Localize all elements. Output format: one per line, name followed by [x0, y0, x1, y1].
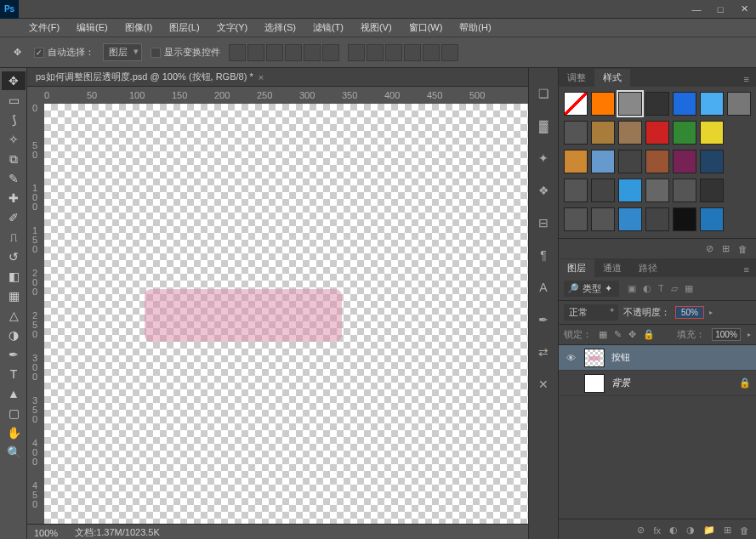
new-style-icon[interactable]: ⊞: [722, 243, 730, 254]
style-swatch[interactable]: [673, 121, 696, 145]
distribute-btn[interactable]: [367, 44, 384, 61]
move-tool[interactable]: ✥: [2, 71, 26, 90]
menu-view[interactable]: 视图(V): [355, 20, 397, 36]
new-layer-icon[interactable]: ⊞: [724, 525, 731, 536]
tab-paths[interactable]: 路径: [630, 259, 666, 277]
style-swatch[interactable]: [591, 150, 615, 173]
style-swatch[interactable]: [700, 121, 724, 145]
document-tab[interactable]: ps如何调整图层透明度.psd @ 100% (按钮, RGB/8) * ×: [27, 68, 528, 87]
delete-layer-icon[interactable]: 🗑: [740, 525, 749, 536]
filter-type-icon[interactable]: T: [658, 283, 664, 294]
panel-icon[interactable]: ✦: [535, 150, 552, 167]
layer-name[interactable]: 按钮: [611, 351, 630, 364]
style-swatch[interactable]: [618, 150, 642, 173]
style-swatch[interactable]: [645, 207, 669, 231]
layer-kind-select[interactable]: 🔎 类型 ✦: [564, 281, 619, 297]
history-brush-tool[interactable]: ↺: [2, 247, 26, 266]
style-swatch[interactable]: [700, 207, 724, 231]
filter-adjust-icon[interactable]: ◐: [643, 283, 651, 294]
tab-layers[interactable]: 图层: [559, 259, 594, 277]
blend-mode-select[interactable]: 正常: [564, 304, 618, 321]
panel-icon[interactable]: ¶: [535, 247, 552, 264]
layer-item[interactable]: 背景 🔒: [559, 371, 756, 396]
link-icon[interactable]: ⊘: [637, 525, 645, 536]
style-swatch[interactable]: [591, 121, 615, 145]
distribute-btn[interactable]: [348, 44, 365, 61]
panel-icon[interactable]: ▓: [535, 117, 552, 134]
distribute-btn[interactable]: [423, 44, 440, 61]
zoom-level[interactable]: 100%: [34, 528, 58, 538]
close-button[interactable]: ✕: [732, 0, 756, 19]
gradient-tool[interactable]: ▦: [2, 287, 26, 305]
canvas[interactable]: [44, 104, 528, 524]
style-swatch[interactable]: [673, 150, 696, 173]
menu-layer[interactable]: 图层(L): [164, 20, 204, 36]
visibility-icon[interactable]: 👁: [564, 353, 577, 363]
style-swatch[interactable]: [673, 207, 696, 231]
opacity-input[interactable]: [675, 306, 704, 319]
path-select-tool[interactable]: ▲: [2, 384, 26, 403]
menu-type[interactable]: 文字(Y): [212, 20, 253, 36]
adjustment-icon[interactable]: ◑: [686, 525, 695, 536]
style-swatch[interactable]: [618, 179, 642, 202]
show-transform-checkbox[interactable]: 显示变换控件: [151, 46, 220, 59]
tab-close-icon[interactable]: ×: [259, 72, 264, 82]
align-btn[interactable]: [229, 44, 246, 61]
panel-icon[interactable]: ⊟: [535, 214, 552, 231]
style-swatch[interactable]: [591, 207, 615, 231]
menu-filter[interactable]: 滤镜(T): [308, 20, 349, 36]
layer-name[interactable]: 背景: [611, 377, 630, 389]
style-swatch[interactable]: [700, 179, 724, 202]
filter-shape-icon[interactable]: ▱: [671, 283, 678, 294]
marquee-tool[interactable]: ▭: [2, 91, 26, 110]
healing-tool[interactable]: ✚: [2, 189, 26, 207]
style-swatch[interactable]: [673, 92, 696, 116]
panel-icon[interactable]: ✕: [535, 376, 552, 393]
ruler-vertical[interactable]: 0 50 100 150 200 250 300 350 400 450: [27, 104, 44, 524]
rectangle-tool[interactable]: ▢: [2, 404, 26, 423]
style-swatch[interactable]: [564, 150, 588, 173]
style-swatch[interactable]: [618, 207, 642, 231]
layer-thumbnail[interactable]: [584, 374, 605, 393]
eraser-tool[interactable]: ◧: [2, 267, 26, 286]
style-swatch[interactable]: [618, 92, 642, 116]
clear-style-icon[interactable]: ⊘: [706, 243, 713, 254]
dodge-tool[interactable]: ◑: [2, 326, 26, 344]
lock-position-icon[interactable]: ✥: [628, 329, 636, 340]
tab-styles[interactable]: 样式: [594, 69, 630, 87]
lock-all-icon[interactable]: 🔒: [643, 329, 655, 340]
distribute-btn[interactable]: [404, 44, 421, 61]
align-btn[interactable]: [322, 44, 339, 61]
brush-tool[interactable]: ✐: [2, 208, 26, 227]
style-swatch[interactable]: [564, 121, 588, 145]
menu-image[interactable]: 图像(I): [120, 20, 157, 36]
auto-select-checkbox[interactable]: 自动选择：: [34, 46, 94, 59]
style-swatch[interactable]: [564, 92, 588, 116]
stamp-tool[interactable]: ⎍: [2, 228, 26, 247]
distribute-btn[interactable]: [441, 44, 458, 61]
panel-icon[interactable]: A: [535, 279, 552, 296]
style-swatch[interactable]: [564, 207, 588, 231]
menu-help[interactable]: 帮助(H): [454, 20, 496, 36]
mask-icon[interactable]: ◐: [669, 525, 678, 536]
style-swatch[interactable]: [673, 179, 696, 202]
pen-tool[interactable]: ✒: [2, 345, 26, 364]
distribute-btn[interactable]: [385, 44, 402, 61]
lock-trans-icon[interactable]: ▦: [599, 329, 607, 340]
ruler-horizontal[interactable]: 0 50 100 150 200 250 300 350 400 450 500: [44, 87, 528, 104]
panel-icon[interactable]: ❏: [535, 85, 552, 102]
delete-style-icon[interactable]: 🗑: [738, 244, 747, 254]
magic-wand-tool[interactable]: ✧: [2, 130, 26, 149]
panel-icon[interactable]: ⇄: [535, 343, 552, 360]
opacity-stepper[interactable]: ▸: [709, 309, 713, 316]
style-swatch[interactable]: [591, 179, 615, 202]
lock-pixel-icon[interactable]: ✎: [614, 329, 622, 340]
maximize-button[interactable]: □: [708, 0, 732, 19]
menu-window[interactable]: 窗口(W): [404, 20, 448, 36]
tab-adjustments[interactable]: 调整: [559, 69, 594, 87]
hand-tool[interactable]: ✋: [2, 423, 26, 442]
align-btn[interactable]: [266, 44, 283, 61]
auto-select-target[interactable]: 图层: [103, 43, 142, 61]
filter-smart-icon[interactable]: ▦: [685, 283, 693, 294]
style-swatch[interactable]: [645, 179, 669, 202]
